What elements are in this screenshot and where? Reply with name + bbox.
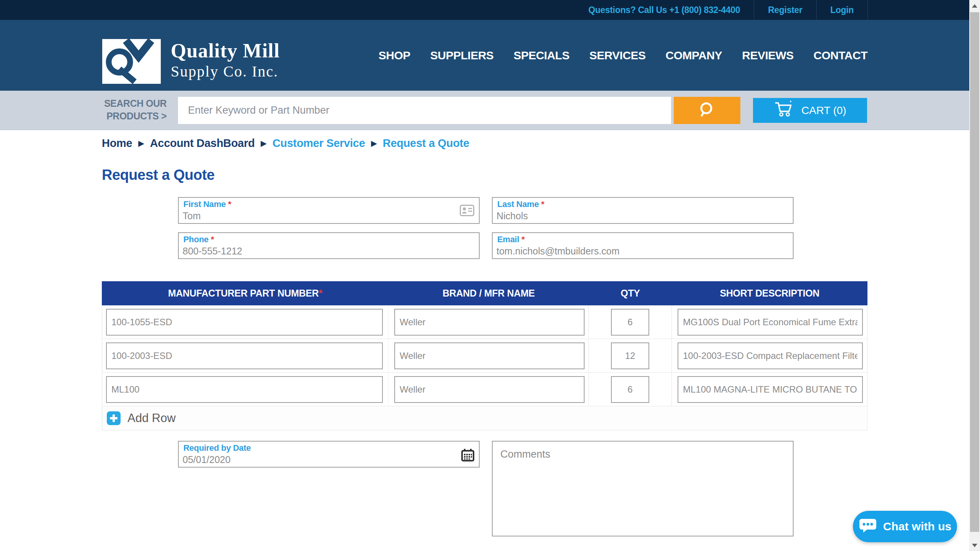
nav-shop[interactable]: SHOP (379, 49, 410, 62)
col-header-qty: QTY (589, 288, 672, 299)
col-header-brand: BRAND / MFR NAME (389, 288, 589, 299)
required-asterisk: * (521, 235, 524, 244)
phone-fieldbox: Phone* (178, 232, 480, 259)
part-number-input-row3[interactable] (106, 376, 383, 403)
part-number-input-row1[interactable] (106, 309, 383, 336)
qty-input-row1[interactable] (611, 309, 649, 336)
scroll-down-arrow-icon[interactable] (969, 540, 980, 551)
logo-subtitle: Supply Co. Inc. (171, 63, 280, 80)
add-row-button[interactable]: Add Row (102, 406, 867, 430)
topbar-spacer (867, 0, 969, 20)
description-input-row1[interactable] (678, 309, 863, 336)
logo-title: Quality Mill (171, 39, 280, 63)
table-row (102, 305, 867, 339)
qty-input-row3[interactable] (611, 376, 649, 403)
description-input-row3[interactable] (678, 376, 863, 403)
cart-icon (774, 101, 794, 120)
nav-suppliers[interactable]: SUPPLIERS (430, 49, 494, 62)
search-strip: SEARCH OUR PRODUCTS > (0, 91, 969, 130)
part-number-input-row2[interactable] (106, 342, 383, 369)
nav-contact[interactable]: CONTACT (813, 49, 867, 62)
logo-text: Quality Mill Supply Co. Inc. (171, 39, 280, 80)
nav-reviews[interactable]: REVIEWS (742, 49, 794, 62)
plus-icon (107, 411, 121, 425)
last-name-fieldbox: Last Name* (492, 197, 794, 224)
table-row (102, 339, 867, 373)
first-name-label: First Name* (183, 199, 231, 209)
main-header: Quality Mill Supply Co. Inc. SHOP SUPPLI… (0, 20, 969, 91)
col-header-description: SHORT DESCRIPTION (672, 288, 867, 299)
last-name-label: Last Name* (497, 199, 544, 209)
chat-bubble-icon (859, 517, 877, 536)
table-header-row: MANUFACTURER PART NUMBER* BRAND / MFR NA… (102, 281, 867, 305)
phone-link[interactable]: Questions? Call Us +1 (800) 832-4400 (588, 5, 740, 15)
company-logo[interactable]: Quality Mill Supply Co. Inc. (102, 39, 280, 84)
top-utility-bar: Questions? Call Us +1 (800) 832-4400 Reg… (0, 0, 969, 20)
first-name-fieldbox: First Name* (178, 197, 480, 224)
nav-services[interactable]: SERVICES (589, 49, 645, 62)
breadcrumb-arrow-icon: ▶ (260, 139, 267, 148)
required-by-date-input[interactable] (179, 452, 479, 467)
last-name-input[interactable] (493, 209, 793, 223)
required-by-date-fieldbox: Required by Date (178, 441, 480, 468)
brand-input-row1[interactable] (394, 309, 585, 336)
search-input[interactable] (178, 97, 671, 124)
comments-textarea[interactable] (492, 441, 794, 536)
phone-input[interactable] (179, 244, 479, 258)
breadcrumb-home[interactable]: Home (102, 137, 132, 150)
email-label: Email* (497, 235, 524, 245)
brand-input-row2[interactable] (394, 342, 585, 369)
add-row-label: Add Row (127, 411, 176, 425)
quote-items-table: MANUFACTURER PART NUMBER* BRAND / MFR NA… (102, 281, 867, 430)
breadcrumb-request-a-quote[interactable]: Request a Quote (383, 137, 469, 150)
nav-specials[interactable]: SPECIALS (513, 49, 569, 62)
chat-label: Chat with us (883, 520, 951, 533)
page-title: Request a Quote (102, 167, 214, 183)
required-asterisk: * (228, 199, 231, 209)
main-nav: SHOP SUPPLIERS SPECIALS SERVICES COMPANY… (379, 20, 867, 91)
required-asterisk: * (211, 235, 214, 244)
vertical-scrollbar (969, 0, 980, 551)
nav-company[interactable]: COMPANY (666, 49, 722, 62)
login-link[interactable]: Login (830, 5, 854, 15)
request-a-quote-page: Questions? Call Us +1 (800) 832-4400 Reg… (0, 0, 980, 551)
scroll-up-arrow-icon[interactable] (969, 0, 980, 11)
scrollbar-thumb[interactable] (970, 12, 979, 532)
chat-with-us-button[interactable]: Chat with us (853, 511, 957, 542)
logo-monogram-icon (102, 39, 161, 84)
first-name-input[interactable] (179, 209, 479, 223)
search-label-line1: SEARCH OUR (98, 97, 167, 110)
col-header-part-number: MANUFACTURER PART NUMBER* (102, 288, 389, 299)
calendar-icon[interactable] (461, 448, 474, 463)
breadcrumb-account-dashboard[interactable]: Account DashBoard (150, 137, 255, 150)
breadcrumb-customer-service[interactable]: Customer Service (273, 137, 365, 150)
required-asterisk: * (319, 288, 322, 298)
breadcrumb-arrow-icon: ▶ (137, 139, 144, 148)
contact-card-icon[interactable] (460, 205, 474, 218)
email-fieldbox: Email* (492, 232, 794, 259)
cart-label: CART (0) (801, 104, 846, 117)
phone-label: Phone* (183, 235, 214, 245)
search-button[interactable] (674, 97, 740, 124)
table-body (102, 305, 867, 406)
description-input-row2[interactable] (678, 342, 863, 369)
cart-button[interactable]: CART (0) (753, 98, 867, 123)
brand-input-row3[interactable] (394, 376, 585, 403)
table-row (102, 373, 867, 406)
register-link[interactable]: Register (768, 5, 802, 15)
qty-input-row2[interactable] (611, 342, 649, 369)
required-asterisk: * (541, 199, 544, 209)
required-by-date-label: Required by Date (183, 443, 251, 453)
search-products-label: SEARCH OUR PRODUCTS > (98, 97, 167, 122)
search-label-line2: PRODUCTS > (98, 110, 167, 122)
breadcrumb-arrow-icon: ▶ (371, 139, 377, 148)
magnifier-icon (698, 101, 716, 120)
breadcrumb: Home ▶ Account DashBoard ▶ Customer Serv… (102, 137, 469, 150)
email-input[interactable] (493, 244, 793, 258)
